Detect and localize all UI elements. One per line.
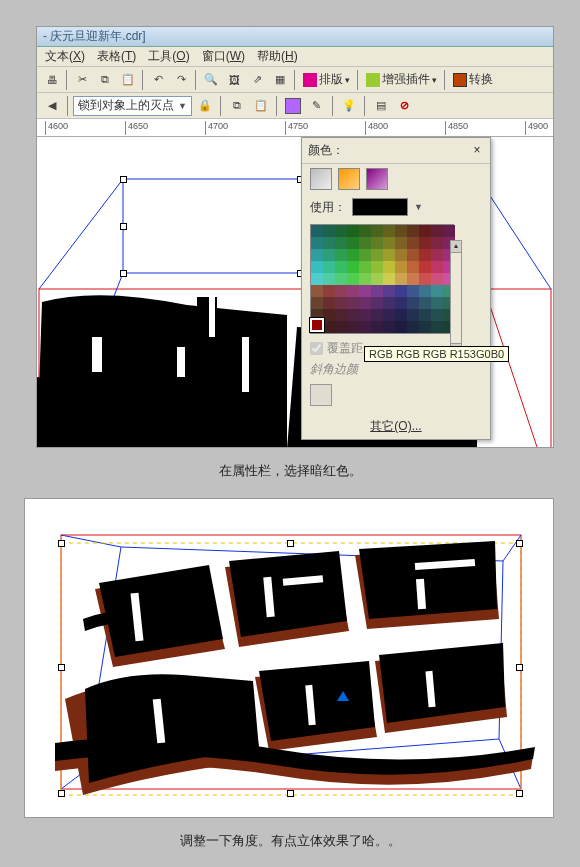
color-cell[interactable] [443, 225, 455, 237]
color-cell[interactable] [371, 297, 383, 309]
color-cell[interactable] [419, 249, 431, 261]
selection-handle[interactable] [516, 664, 523, 671]
color-cell[interactable] [407, 273, 419, 285]
selection-handle[interactable] [120, 223, 127, 230]
color-cell[interactable] [335, 321, 347, 333]
color-cell[interactable] [431, 285, 443, 297]
color-cell[interactable] [395, 249, 407, 261]
menu-text[interactable]: 文本(X) [45, 48, 85, 65]
menu-table[interactable]: 表格(T) [97, 48, 136, 65]
color-cell[interactable] [359, 297, 371, 309]
color-cell[interactable] [371, 225, 383, 237]
selection-handle[interactable] [58, 790, 65, 797]
swatch-gray[interactable] [310, 168, 332, 190]
color-cell[interactable] [371, 237, 383, 249]
selection-handle[interactable] [58, 540, 65, 547]
undo-icon[interactable]: ↶ [147, 69, 169, 91]
canvas-area[interactable]: 颜色： × 使用： ▼ ▴ ▾ 覆盖距 [37, 137, 553, 448]
color-grid[interactable] [310, 224, 454, 334]
color-cell[interactable] [371, 261, 383, 273]
menu-window[interactable]: 窗口(W) [202, 48, 245, 65]
selection-handle[interactable] [516, 790, 523, 797]
color-cell[interactable] [383, 321, 395, 333]
color-cell[interactable] [347, 237, 359, 249]
color-cell[interactable] [335, 273, 347, 285]
color-cell[interactable] [359, 261, 371, 273]
color-cell[interactable] [347, 249, 359, 261]
color-cell[interactable] [407, 225, 419, 237]
color-cell[interactable] [371, 309, 383, 321]
color-cell[interactable] [323, 249, 335, 261]
color-cell[interactable] [419, 261, 431, 273]
color-cell[interactable] [347, 321, 359, 333]
fill-swatch-button[interactable] [282, 95, 304, 117]
arrow-left-icon[interactable]: ◀ [41, 95, 63, 117]
eyedropper-icon[interactable]: ✎ [306, 95, 328, 117]
color-cell[interactable] [323, 285, 335, 297]
scroll-up-icon[interactable]: ▴ [451, 241, 461, 253]
cp-current-color[interactable] [352, 198, 408, 216]
color-cell[interactable] [431, 309, 443, 321]
color-cell[interactable] [395, 237, 407, 249]
swatch-orange[interactable] [338, 168, 360, 190]
color-cell[interactable] [335, 309, 347, 321]
color-cell[interactable] [431, 321, 443, 333]
color-cell[interactable] [407, 309, 419, 321]
color-cell[interactable] [311, 237, 323, 249]
color-cell[interactable] [323, 309, 335, 321]
color-cell[interactable] [323, 261, 335, 273]
color-cell[interactable] [347, 309, 359, 321]
other-colors-link[interactable]: 其它(O)... [302, 414, 490, 439]
copy2-icon[interactable]: ⧉ [226, 95, 248, 117]
color-cell[interactable] [347, 225, 359, 237]
color-cell[interactable] [311, 273, 323, 285]
chart-icon[interactable]: ▦ [269, 69, 291, 91]
scrollbar[interactable]: ▴ ▾ [450, 240, 462, 356]
color-cell[interactable] [395, 273, 407, 285]
color-cell[interactable] [419, 273, 431, 285]
color-cell[interactable] [347, 285, 359, 297]
color-cell[interactable] [395, 261, 407, 273]
lock-icon[interactable]: 🔒 [194, 95, 216, 117]
color-cell[interactable] [431, 225, 443, 237]
paste-icon[interactable]: 📋 [117, 69, 139, 91]
color-cell[interactable] [311, 261, 323, 273]
color-cell[interactable] [323, 237, 335, 249]
menubar[interactable]: 文本(X) 表格(T) 工具(O) 窗口(W) 帮助(H) [37, 47, 553, 67]
close-icon[interactable]: × [470, 144, 484, 158]
color-cell[interactable] [347, 273, 359, 285]
color-cell[interactable] [407, 297, 419, 309]
color-cell[interactable] [407, 249, 419, 261]
color-cell[interactable] [311, 297, 323, 309]
color-cell[interactable] [371, 273, 383, 285]
color-cell[interactable] [359, 321, 371, 333]
print-icon[interactable]: 🖶 [41, 69, 63, 91]
color-cell[interactable] [311, 249, 323, 261]
menu-tools[interactable]: 工具(O) [148, 48, 189, 65]
snap-combo[interactable]: 锁到对象上的灭点 ▼ [73, 96, 192, 116]
color-cell[interactable] [431, 249, 443, 261]
convert-menu[interactable]: 转换 [449, 71, 497, 88]
color-cell[interactable] [347, 297, 359, 309]
cp-apply-button[interactable] [310, 384, 332, 406]
color-cell[interactable] [395, 225, 407, 237]
copy-icon[interactable]: ⧉ [94, 69, 116, 91]
color-cell[interactable] [395, 297, 407, 309]
color-cell[interactable] [323, 321, 335, 333]
selection-handle[interactable] [287, 790, 294, 797]
color-cell[interactable] [419, 237, 431, 249]
color-cell[interactable] [395, 285, 407, 297]
color-cell[interactable] [383, 285, 395, 297]
color-cell[interactable] [371, 321, 383, 333]
color-cell[interactable] [323, 297, 335, 309]
color-cell[interactable] [311, 285, 323, 297]
color-cell[interactable] [323, 225, 335, 237]
color-cell[interactable] [335, 237, 347, 249]
color-cell[interactable] [371, 249, 383, 261]
selection-handle[interactable] [58, 664, 65, 671]
menu-help[interactable]: 帮助(H) [257, 48, 298, 65]
selection-handle[interactable] [120, 270, 127, 277]
color-cell[interactable] [419, 321, 431, 333]
swatch-purple[interactable] [366, 168, 388, 190]
color-cell[interactable] [323, 273, 335, 285]
